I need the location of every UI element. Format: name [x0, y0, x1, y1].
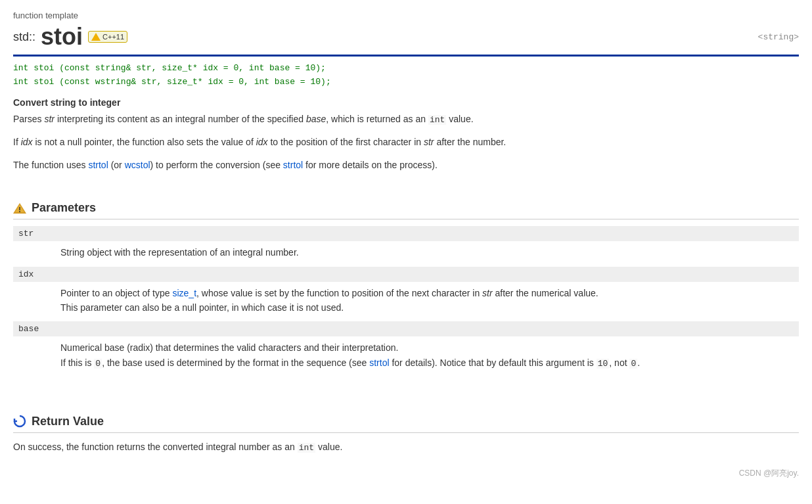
return-section-header: Return Value — [13, 415, 799, 433]
return-desc: On success, the function returns the con… — [13, 440, 799, 455]
idx-str-italic: str — [482, 288, 493, 298]
desc-para1-str-italic: str — [44, 114, 55, 124]
title-func: stoi — [41, 23, 83, 51]
strtol-link-2[interactable]: strtol — [283, 160, 303, 170]
parameters-icon — [13, 202, 26, 215]
code-line-2: int stoi (const wstring& str, size_t* id… — [13, 76, 799, 89]
title-left: std::stoi C++11 — [13, 23, 127, 51]
param-desc-idx: Pointer to an object of type size_t, who… — [13, 282, 799, 322]
footer-watermark: CSDN @阿亮joy. — [13, 468, 799, 479]
param-row-base: base Numerical base (radix) that determi… — [13, 321, 799, 377]
desc-para-2: If idx is not a null pointer, the functi… — [13, 135, 799, 149]
parameters-title: Parameters — [32, 201, 96, 215]
string-tag: <string> — [758, 32, 799, 42]
strtol-link-1[interactable]: strtol — [88, 160, 108, 170]
desc-para2-idx-italic: idx — [21, 137, 33, 147]
desc-bold: Convert string to integer — [13, 97, 799, 108]
desc-para1-base-italic: base — [306, 114, 326, 124]
strtol-link-3[interactable]: strtol — [369, 357, 389, 368]
warning-triangle-icon — [91, 33, 101, 41]
param-row-idx: idx Pointer to an object of type size_t,… — [13, 267, 799, 322]
return-title: Return Value — [32, 415, 104, 428]
param-name-base: base — [13, 321, 799, 336]
warning-badge-text: C++11 — [102, 33, 124, 41]
base-zero-code2: 0 — [629, 359, 637, 369]
blue-divider — [13, 55, 799, 57]
param-row-str: str String object with the representatio… — [13, 226, 799, 266]
base-zero-code: 0 — [94, 359, 102, 369]
title-std: std:: — [13, 30, 35, 44]
wcstol-link[interactable]: wcstol — [125, 160, 150, 170]
code-line-1: int stoi (const string& str, size_t* idx… — [13, 62, 799, 76]
desc-para-3: The function uses strtol (or wcstol) to … — [13, 158, 799, 172]
code-block: int stoi (const string& str, size_t* idx… — [13, 62, 799, 89]
desc-para1-int-code: int — [428, 115, 446, 125]
parameters-section-header: Parameters — [13, 201, 799, 219]
return-int-code: int — [298, 443, 315, 453]
spacer-3 — [13, 388, 799, 399]
param-name-idx: idx — [13, 267, 799, 282]
param-desc-str: String object with the representation of… — [13, 241, 799, 266]
size-t-link[interactable]: size_t — [172, 288, 196, 298]
svg-point-3 — [19, 211, 20, 212]
desc-para-1: Parses str interpreting its content as a… — [13, 112, 799, 127]
return-icon — [13, 415, 26, 428]
title-row: std::stoi C++11 <string> — [13, 23, 799, 51]
function-template-label: function template — [13, 11, 799, 20]
desc-para2-str-italic: str — [424, 137, 434, 147]
param-name-str: str — [13, 226, 799, 241]
param-desc-base: Numerical base (radix) that determines t… — [13, 336, 799, 377]
base-ten-code: 10 — [597, 359, 610, 369]
spacer-2 — [13, 378, 799, 388]
spacer-1 — [13, 180, 799, 191]
warning-badge: C++11 — [88, 31, 127, 43]
desc-para2-idx2-italic: idx — [256, 137, 268, 147]
